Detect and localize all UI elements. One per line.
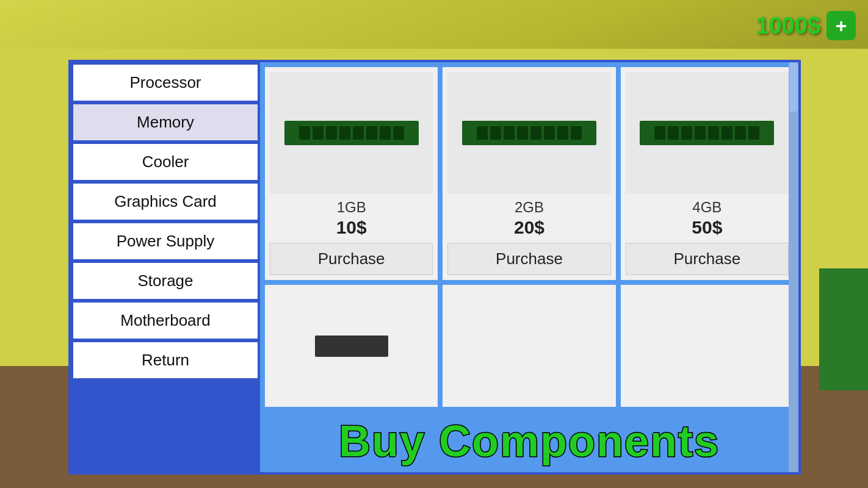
ram-chip: [681, 126, 692, 140]
ram-chip: [313, 126, 324, 140]
product-card-1gb: 1GB 10$ Purchase: [265, 67, 438, 280]
scrollbar-thumb[interactable]: [789, 63, 798, 112]
ram-body-4gb: [640, 121, 774, 145]
sidebar-item-processor[interactable]: Processor: [72, 63, 259, 102]
purchase-button-2gb[interactable]: Purchase: [447, 243, 610, 275]
money-display: 1000$ +: [756, 11, 856, 40]
ram-body-1gb: [284, 121, 419, 145]
ram-chip: [339, 126, 350, 140]
ram-chip: [299, 126, 310, 140]
ram-stick-4gb: [640, 115, 774, 151]
sidebar-item-memory[interactable]: Memory: [72, 103, 259, 142]
product-name-1gb: 1GB: [337, 199, 366, 216]
ram-chip: [695, 126, 706, 140]
products-grid: 1GB 10$ Purchase: [265, 67, 794, 407]
sidebar-item-storage[interactable]: Storage: [72, 262, 259, 300]
ram-chip: [393, 126, 404, 140]
product-price-2gb: 20$: [514, 217, 544, 238]
product-name-4gb: 4GB: [692, 199, 722, 216]
ram-stick-1gb: [284, 115, 419, 151]
product-image-4gb: [626, 72, 789, 194]
ram-chip: [477, 126, 488, 140]
product-card-partial-3: [621, 285, 794, 407]
product-card-4gb: 4GB 50$ Purchase: [621, 67, 794, 280]
product-name-2gb: 2GB: [515, 199, 544, 216]
ram-stick-2gb: [462, 115, 596, 151]
ram-chip: [544, 126, 555, 140]
ram-chip: [557, 126, 568, 140]
product-card-partial-2: [443, 285, 615, 407]
scrollbar[interactable]: [789, 62, 798, 472]
sidebar: Processor Memory Cooler Graphics Card Po…: [71, 62, 260, 472]
ram-chip: [517, 126, 528, 140]
sidebar-item-cooler[interactable]: Cooler: [72, 143, 259, 181]
ram-chip: [380, 126, 391, 140]
ram-chip: [708, 126, 719, 140]
product-card-2gb: 2GB 20$ Purchase: [443, 67, 615, 280]
sidebar-item-power-supply[interactable]: Power Supply: [72, 222, 259, 260]
ram-chip: [668, 126, 679, 140]
ram-chip: [530, 126, 541, 140]
ram-chip: [326, 126, 337, 140]
ram-chip: [735, 126, 746, 140]
green-corner-decoration: [819, 268, 868, 390]
product-image-1gb: [270, 72, 433, 194]
sidebar-item-graphics-card[interactable]: Graphics Card: [72, 182, 259, 221]
sidebar-item-motherboard[interactable]: Motherboard: [72, 301, 259, 340]
content-area: 1GB 10$ Purchase: [260, 62, 798, 472]
product-card-partial-1: [265, 285, 438, 407]
main-panel: Processor Memory Cooler Graphics Card Po…: [68, 60, 801, 475]
ram-body-2gb: [462, 121, 596, 145]
ram-chip: [722, 126, 732, 140]
purchase-button-4gb[interactable]: Purchase: [626, 243, 789, 275]
buy-components-overlay: Buy Components: [260, 416, 798, 466]
ram-chip: [504, 126, 515, 140]
ram-chip: [490, 126, 501, 140]
ram-chip: [748, 126, 759, 140]
ram-chip: [366, 126, 377, 140]
ram-chip: [353, 126, 364, 140]
product-price-4gb: 50$: [692, 217, 722, 238]
sidebar-item-return[interactable]: Return: [72, 341, 259, 379]
purchase-button-1gb[interactable]: Purchase: [270, 243, 433, 275]
ram-chip: [654, 126, 665, 140]
money-add-button[interactable]: +: [826, 11, 856, 40]
product-image-2gb: [447, 72, 610, 194]
ram-chip: [571, 126, 582, 140]
product-price-1gb: 10$: [336, 217, 367, 238]
ram-small-1: [315, 336, 388, 357]
money-amount: 1000$: [756, 13, 820, 39]
